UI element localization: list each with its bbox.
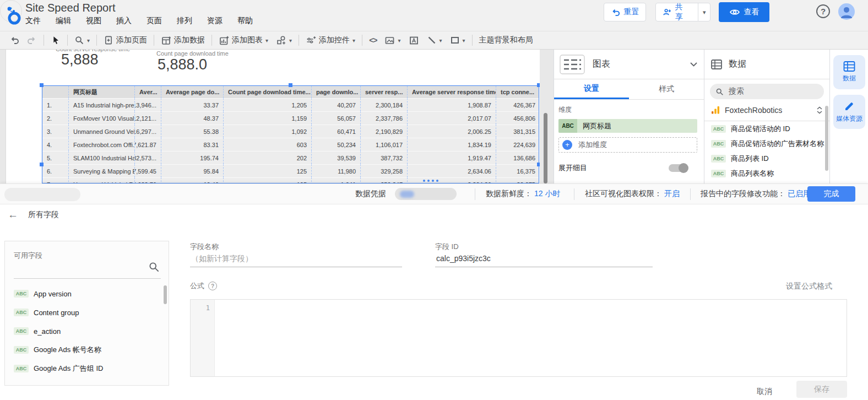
selection-handle[interactable] xyxy=(537,163,540,166)
table-row[interactable]: 3. Unmanned Ground Veh... 16,297... 55.3… xyxy=(42,125,539,138)
freshness-value[interactable]: 12 小时 xyxy=(534,189,560,199)
search-icon[interactable] xyxy=(148,261,160,273)
share-button[interactable]: 共享 ▾ xyxy=(655,3,710,21)
canvas-scrollbar[interactable] xyxy=(544,113,547,183)
add-page-button[interactable]: 添加页面 xyxy=(100,33,151,48)
divider xyxy=(67,35,68,46)
field-list-item[interactable]: ABC 商品列表名称 xyxy=(704,166,829,181)
selection-handle[interactable] xyxy=(537,83,540,87)
selection-handle[interactable] xyxy=(40,83,44,87)
column-header[interactable]: tcp conne... xyxy=(496,86,539,98)
collapse-icon[interactable] xyxy=(816,106,823,114)
table-row[interactable]: 2. FoxMover V100 Visual ... 12,121... 48… xyxy=(42,111,539,125)
menu-item[interactable]: 视图 xyxy=(86,16,101,26)
reset-button[interactable]: 重置 xyxy=(604,3,646,21)
community-viz-label: 社区可视化图表权限： xyxy=(585,189,662,199)
column-header[interactable]: 网页标题 xyxy=(68,86,134,98)
back-arrow-icon[interactable]: ← xyxy=(8,209,18,221)
selection-handle[interactable] xyxy=(40,163,44,166)
menu-item[interactable]: 排列 xyxy=(177,16,192,26)
field-list-item[interactable]: ABC 商品促销活动的 ID xyxy=(704,121,829,136)
scorecard-value[interactable]: 5,888.0 xyxy=(158,56,207,73)
available-field-item[interactable]: ABC Google Ads 广告组 ID xyxy=(5,359,169,378)
help-button[interactable]: ? xyxy=(816,4,830,18)
menu-item[interactable]: 资源 xyxy=(207,16,223,26)
available-field-item[interactable]: ABC Content group xyxy=(5,303,169,322)
tab-style[interactable]: 样式 xyxy=(629,79,704,99)
add-control-button[interactable]: 添加控件 ▾ xyxy=(302,33,359,48)
menu-item[interactable]: 帮助 xyxy=(237,16,253,26)
theme-layout-button[interactable]: 主题背景和布局 xyxy=(475,33,537,48)
report-canvas: Count server response time 5,888 Count p… xyxy=(0,50,554,183)
field-name-input[interactable]: （如新计算字段） xyxy=(191,254,253,264)
cancel-button[interactable]: 取消 xyxy=(748,385,781,399)
formula-editor[interactable]: 1 xyxy=(190,299,847,377)
field-search-box[interactable]: 搜索 xyxy=(710,84,824,99)
selection-handle[interactable] xyxy=(289,83,292,87)
table-row[interactable]: 4. Foxtechrobot.com Offi... 7,621.87 83.… xyxy=(42,138,539,151)
column-header[interactable]: Average page do... xyxy=(161,86,223,98)
menu-item[interactable]: 页面 xyxy=(147,16,162,26)
zoom-tool-button[interactable]: ▾ xyxy=(70,33,94,48)
available-field-item[interactable]: ABC App version xyxy=(5,284,169,303)
available-field-item[interactable]: ABC e_action xyxy=(5,322,169,340)
scorecard-value[interactable]: 5,888 xyxy=(61,51,99,68)
community-visualizations-button[interactable]: ▾ xyxy=(272,33,296,48)
done-button[interactable]: 完成 xyxy=(807,186,855,202)
redo-button[interactable] xyxy=(23,33,41,48)
share-dropdown-button[interactable]: ▾ xyxy=(698,3,710,21)
field-list-item[interactable]: ABC 商品促销活动的广告素材名称 xyxy=(704,136,829,151)
add-data-button[interactable]: 添加数据 xyxy=(157,33,209,48)
available-field-item[interactable]: ABC Google Ads 帐号名称 xyxy=(5,340,169,359)
dimension-field-chip[interactable]: ABC 网页标题 xyxy=(558,119,697,133)
table-row[interactable]: 5. SLAM100 Industrial Ha... 32,573... 19… xyxy=(42,151,539,164)
table-row[interactable]: 7. Unmanned Vehicle | Fo... 2,622.76 10.… xyxy=(42,177,539,183)
column-header[interactable]: server resp... xyxy=(360,86,407,98)
chart-panel-header[interactable]: 图表 xyxy=(554,50,704,79)
chevron-down-icon[interactable] xyxy=(690,62,697,67)
menu-item[interactable]: 插入 xyxy=(116,16,132,26)
metric-cell: 1,106,017 xyxy=(360,138,407,151)
save-button[interactable]: 保存 xyxy=(796,381,847,398)
report-title[interactable]: Site Speed Report xyxy=(25,2,115,14)
insert-image-button[interactable]: ▾ xyxy=(381,33,404,48)
rail-media-button[interactable]: 媒体资源 xyxy=(833,95,865,129)
sheet-drag-handle[interactable] xyxy=(423,180,438,182)
redacted-credentials[interactable] xyxy=(395,188,457,200)
menu-item[interactable]: 编辑 xyxy=(56,16,71,26)
formula-help-icon[interactable]: ? xyxy=(208,282,217,290)
column-header[interactable]: page downlo... xyxy=(311,86,360,98)
row-number-cell: 7. xyxy=(42,177,68,183)
user-avatar[interactable] xyxy=(838,3,855,20)
table-row[interactable]: 1. A15 Industrial high-pre... 13,946... … xyxy=(42,98,539,111)
view-button[interactable]: 查看 xyxy=(719,2,769,22)
format-formula-link[interactable]: 设置公式格式 xyxy=(786,282,832,291)
menu-item[interactable]: 文件 xyxy=(25,16,41,26)
report-page[interactable]: Count server response time 5,888 Count p… xyxy=(6,50,540,183)
table-row[interactable]: 6. Surveying & Mapping E... 7,599.45 95.… xyxy=(42,164,539,177)
community-viz-value[interactable]: 开启 xyxy=(664,189,680,199)
add-chart-button[interactable]: 添加图表 ▾ xyxy=(215,33,272,48)
data-source-row[interactable]: FoxtechRobotics xyxy=(704,99,829,121)
rail-data-button[interactable]: 数据 xyxy=(833,55,865,89)
share-main[interactable]: 共享 xyxy=(656,3,694,21)
drill-down-toggle[interactable] xyxy=(669,164,687,172)
insert-line-button[interactable]: ▾ xyxy=(423,33,446,48)
insert-text-button[interactable] xyxy=(405,33,423,48)
undo-button[interactable] xyxy=(6,33,23,48)
select-tool-button[interactable] xyxy=(47,33,64,48)
insert-shape-button[interactable]: ▾ xyxy=(446,33,469,48)
field-list-item[interactable]: ABC 商品列表 ID xyxy=(704,151,829,166)
field-list-scrollbar[interactable] xyxy=(825,106,828,171)
add-dimension-button[interactable]: + 添加维度 xyxy=(558,137,697,153)
data-table[interactable]: 网页标题Aver...Average page do...Count page … xyxy=(42,85,539,183)
tab-setup[interactable]: 设置 xyxy=(554,79,629,99)
embed-url-button[interactable]: <> xyxy=(365,33,381,48)
formula-input-area[interactable] xyxy=(215,300,847,376)
column-header[interactable]: Count page download time... xyxy=(223,86,311,98)
available-list-scrollbar[interactable] xyxy=(164,285,167,304)
app-header: Site Speed Report 文件编辑视图插入页面排列资源帮助 重置 共享 xyxy=(0,0,868,31)
column-header[interactable]: Average server response time xyxy=(407,86,496,98)
field-id-input[interactable]: calc_p93i5jzc3c xyxy=(436,254,491,263)
column-header[interactable]: Aver... xyxy=(134,86,161,98)
